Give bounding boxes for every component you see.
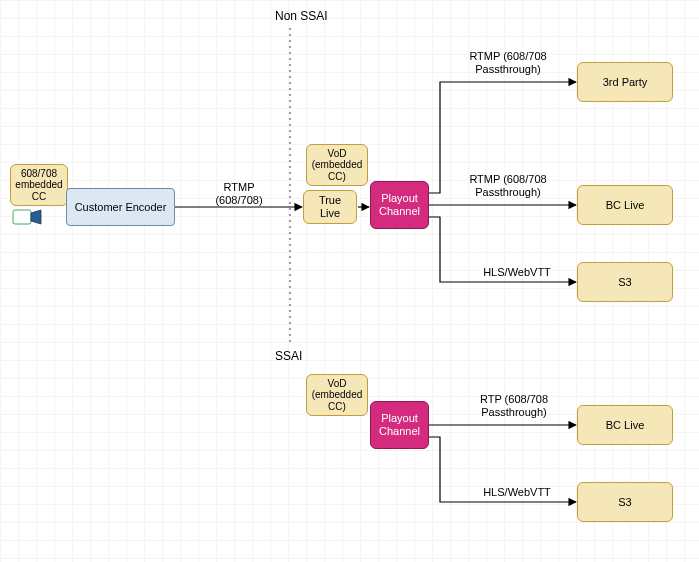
edge-label-rtp-pass: RTP (608/708Passthrough): [454, 393, 574, 418]
node-cc-badge: 608/708embeddedCC: [10, 164, 68, 206]
edge-label-hls-top: HLS/WebVTT: [462, 266, 572, 279]
camera-icon: [13, 210, 41, 224]
node-vod-bottom: VoD(embeddedCC): [306, 374, 368, 416]
node-bc-live-bottom: BC Live: [577, 405, 673, 445]
node-playout-bottom: PlayoutChannel: [370, 401, 429, 449]
section-label-bottom: SSAI: [275, 350, 302, 364]
edge-label-rtmp-pass-2: RTMP (608/708Passthrough): [448, 173, 568, 198]
section-label-top: Non SSAI: [275, 10, 328, 24]
diagram-canvas: { "sections": { "top": "Non SSAI", "bott…: [0, 0, 699, 562]
node-playout-top: PlayoutChannel: [370, 181, 429, 229]
node-customer-encoder: Customer Encoder: [66, 188, 175, 226]
edge-label-rtmp-pass-1: RTMP (608/708Passthrough): [448, 50, 568, 75]
node-true-live: True Live: [303, 190, 357, 224]
node-vod-top: VoD(embeddedCC): [306, 144, 368, 186]
node-3rd-party: 3rd Party: [577, 62, 673, 102]
node-s3-top: S3: [577, 262, 673, 302]
edge-label-rtmp-left: RTMP(608/708): [204, 181, 274, 206]
node-bc-live-top: BC Live: [577, 185, 673, 225]
node-s3-bottom: S3: [577, 482, 673, 522]
edge-label-hls-bottom: HLS/WebVTT: [462, 486, 572, 499]
svg-rect-0: [13, 210, 31, 224]
